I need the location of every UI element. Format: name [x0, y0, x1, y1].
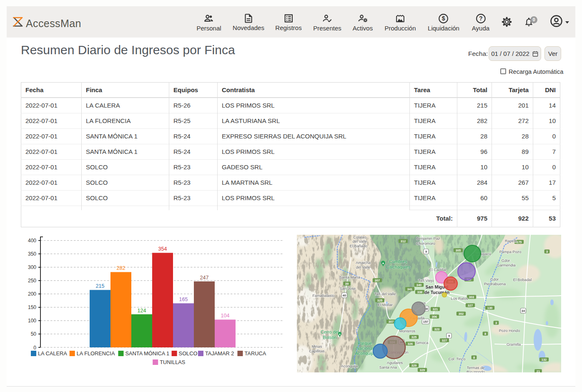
- svg-text:San Jose: San Jose: [340, 286, 356, 291]
- svg-text:Calchaquíes: Calchaquíes: [386, 264, 411, 269]
- svg-text:SANTA MÓNICA 1: SANTA MÓNICA 1: [125, 350, 170, 357]
- svg-text:El Bañado: El Bañado: [350, 244, 367, 248]
- svg-text:9: 9: [448, 334, 450, 338]
- svg-text:Tafí Viejo: Tafí Viejo: [418, 279, 434, 283]
- svg-text:400: 400: [28, 238, 36, 244]
- svg-text:39: 39: [345, 282, 349, 286]
- svg-text:Garmendia: Garmendia: [497, 263, 516, 267]
- svg-text:325: 325: [411, 335, 417, 339]
- svg-text:▲: ▲: [382, 261, 385, 264]
- svg-text:50: 50: [31, 331, 37, 337]
- svg-text:130: 130: [487, 306, 493, 310]
- svg-text:104: 104: [221, 313, 230, 319]
- svg-text:175: 175: [517, 240, 522, 244]
- svg-text:326: 326: [408, 342, 413, 346]
- svg-text:El Bobadal: El Bobadal: [513, 278, 532, 282]
- svg-text:0: 0: [33, 345, 36, 351]
- svg-text:307: 307: [389, 320, 394, 324]
- svg-text:Gdor.: Gdor.: [502, 259, 511, 263]
- svg-text:$: $: [442, 15, 445, 22]
- svg-text:250: 250: [28, 278, 36, 284]
- svg-text:282: 282: [117, 265, 125, 271]
- svg-text:Aconquija: Aconquija: [341, 364, 358, 368]
- svg-text:306: 306: [432, 315, 437, 319]
- svg-text:Gdor.: Gdor.: [490, 277, 499, 281]
- svg-text:Aguilares: Aguilares: [387, 361, 403, 365]
- svg-text:Amaicha: Amaicha: [356, 261, 371, 265]
- svg-text:Bolsón: Bolsón: [323, 335, 336, 340]
- svg-text:Capillitas: Capillitas: [309, 349, 325, 353]
- svg-text:Rapelli: Rapelli: [505, 239, 517, 243]
- svg-text:329: 329: [411, 364, 417, 367]
- svg-text:303: 303: [469, 295, 474, 299]
- svg-text:SOLCO: SOLCO: [179, 350, 198, 357]
- svg-text:LA FLORENCIA: LA FLORENCIA: [77, 350, 115, 357]
- svg-text:Minas: Minas: [312, 344, 322, 349]
- svg-text:Termas de: Termas de: [467, 366, 485, 370]
- svg-text:LA CALERA: LA CALERA: [38, 350, 67, 357]
- svg-text:Choromoro: Choromoro: [416, 241, 435, 246]
- svg-text:Tafi del Valle: Tafi del Valle: [374, 292, 396, 296]
- svg-text:Col. Tinco: Col. Tinco: [449, 357, 466, 361]
- svg-text:TARUCA: TARUCA: [245, 350, 266, 357]
- svg-text:354: 354: [158, 246, 167, 252]
- svg-text:Nacional: Nacional: [356, 346, 373, 351]
- svg-text:Santa Ana: Santa Ana: [379, 365, 397, 369]
- svg-text:3: 3: [546, 250, 548, 254]
- svg-text:Pozo Hondo: Pozo Hondo: [499, 329, 520, 333]
- svg-text:34: 34: [522, 309, 525, 313]
- svg-text:327: 327: [468, 304, 473, 307]
- svg-text:325: 325: [377, 299, 383, 302]
- svg-text:Pampa Pozo: Pampa Pozo: [499, 250, 522, 254]
- svg-text:3: 3: [495, 321, 497, 325]
- svg-text:8: 8: [484, 332, 486, 336]
- svg-text:El Mollar: El Mollar: [378, 303, 393, 307]
- svg-text:Santa Maria: Santa Maria: [339, 275, 360, 279]
- svg-text:124: 124: [138, 308, 146, 314]
- svg-text:350: 350: [28, 251, 36, 257]
- svg-text:312: 312: [401, 239, 406, 243]
- svg-text:Piedrabuena: Piedrabuena: [484, 282, 506, 286]
- svg-text:Benjamin Paz: Benjamin Paz: [416, 236, 440, 241]
- svg-text:Parque: Parque: [358, 341, 372, 346]
- svg-text:TAJAMAR 2: TAJAMAR 2: [205, 350, 234, 357]
- svg-text:132: 132: [542, 358, 547, 362]
- svg-text:?: ?: [479, 15, 483, 22]
- svg-text:El Cadillal: El Cadillal: [429, 268, 447, 272]
- svg-text:Río Hondo: Río Hondo: [467, 370, 485, 372]
- svg-text:200: 200: [28, 291, 36, 297]
- svg-text:40: 40: [343, 294, 346, 297]
- svg-text:Simoca: Simoca: [416, 341, 429, 345]
- svg-text:327: 327: [442, 339, 447, 342]
- svg-text:338: 338: [417, 290, 423, 294]
- svg-text:157: 157: [423, 320, 429, 324]
- svg-text:Famabalasto: Famabalasto: [312, 294, 334, 298]
- svg-text:del Valle: del Valle: [356, 265, 371, 269]
- svg-text:▲: ▲: [339, 333, 341, 335]
- svg-text:165: 165: [179, 297, 188, 302]
- svg-text:Colalao: Colalao: [353, 235, 366, 239]
- svg-text:323: 323: [434, 327, 440, 331]
- svg-text:8: 8: [473, 356, 475, 359]
- svg-text:Cerro del: Cerro del: [321, 329, 339, 334]
- svg-text:TUNILLAS: TUNILLAS: [160, 359, 185, 365]
- svg-text:21: 21: [537, 369, 540, 372]
- svg-text:Los Ralos: Los Ralos: [451, 297, 468, 301]
- svg-text:150: 150: [28, 304, 36, 310]
- svg-text:340: 340: [416, 283, 422, 287]
- svg-text:305: 305: [456, 249, 461, 252]
- svg-text:300: 300: [28, 264, 36, 270]
- svg-text:341: 341: [407, 287, 413, 291]
- svg-text:307: 307: [375, 279, 380, 282]
- svg-text:del Valle: del Valle: [353, 239, 367, 244]
- svg-text:329: 329: [420, 368, 425, 372]
- svg-text:Gramilla: Gramilla: [507, 342, 521, 347]
- svg-text:Aconquija: Aconquija: [355, 351, 375, 356]
- svg-text:302: 302: [459, 312, 464, 316]
- svg-text:9: 9: [425, 250, 427, 254]
- svg-text:Cumbres: Cumbres: [389, 259, 407, 264]
- svg-text:100: 100: [28, 318, 36, 324]
- svg-text:247: 247: [200, 275, 209, 281]
- svg-text:215: 215: [96, 283, 105, 289]
- svg-text:321: 321: [433, 307, 438, 311]
